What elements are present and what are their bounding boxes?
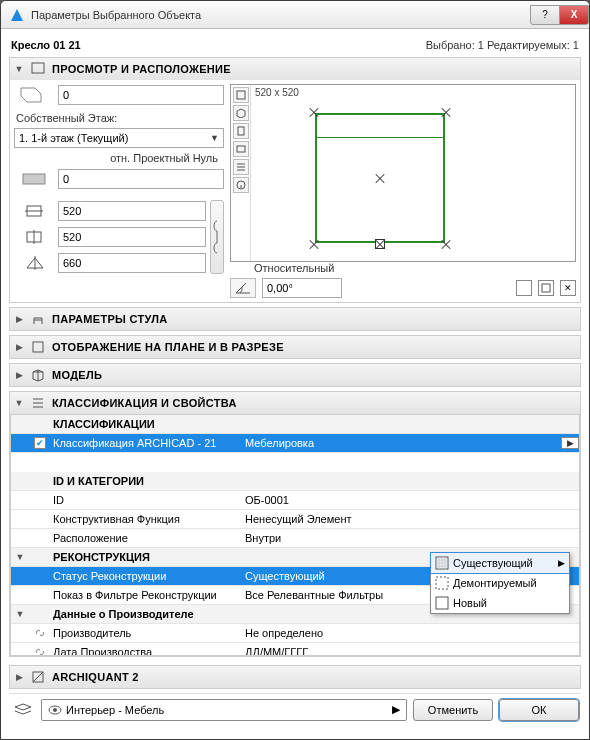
section-class-header[interactable]: ▼ КЛАССИФИКАЦИЯ И СВОЙСТВА [10, 392, 580, 414]
mirror-checkbox[interactable] [516, 280, 532, 296]
popup-option-existing[interactable]: Существующий ▶ [431, 553, 569, 573]
chevron-right-icon: ▶ [392, 703, 400, 716]
svg-rect-6 [237, 146, 245, 152]
preview-viewport[interactable]: 520 x 520 [230, 84, 576, 262]
chevron-right-icon: ▶ [558, 558, 565, 568]
titlebar: Параметры Выбранного Объекта ? X [1, 1, 589, 29]
view-side-button[interactable] [233, 141, 249, 157]
reference-label: отн. Проектный Нуль [14, 152, 224, 164]
view-info-button[interactable] [233, 177, 249, 193]
home-storey-combo[interactable]: 1. 1-й этаж (Текущий) ▼ [14, 128, 224, 148]
width-icon [14, 200, 54, 222]
collapse-icon: ▼ [14, 64, 24, 74]
reference-input[interactable] [58, 169, 224, 189]
ok-button[interactable]: ОК [499, 699, 579, 721]
row-id[interactable]: ID ОБ-0001 [11, 491, 579, 510]
popup-option-demolished[interactable]: Демонтируемый [431, 573, 569, 593]
expand-icon: ▶ [14, 370, 24, 380]
section-model: ▶ МОДЕЛЬ [9, 363, 581, 387]
object-back [315, 113, 445, 138]
cube-icon [30, 367, 46, 383]
elevation-icon [14, 84, 54, 106]
hotspot-icon [309, 239, 319, 249]
footer-row: Интерьер - Мебель ▶ Отменить ОК [9, 693, 581, 721]
classification-checkbox[interactable]: ✔ [34, 437, 46, 449]
expand-icon: ▶ [14, 314, 24, 324]
properties-table: КЛАССИФИКАЦИИ ✔ Классификация ARCHICAD -… [10, 414, 580, 656]
section-model-header[interactable]: ▶ МОДЕЛЬ [10, 364, 580, 386]
eye-icon [48, 705, 62, 715]
chair-icon [30, 311, 46, 327]
object-name: Кресло 01 21 [11, 39, 81, 51]
section-display-header[interactable]: ▶ ОТОБРАЖЕНИЕ НА ПЛАНЕ И В РАЗРЕЗЕ [10, 336, 580, 358]
hotspot-icon [441, 239, 451, 249]
section-class-title: КЛАССИФИКАЦИЯ И СВОЙСТВА [52, 397, 237, 409]
hotspot-icon [309, 107, 319, 117]
section-display-title: ОТОБРАЖЕНИЕ НА ПЛАНЕ И В РАЗРЕЗЕ [52, 341, 284, 353]
layer-combo[interactable]: Интерьер - Мебель ▶ [41, 699, 407, 721]
dialog-window: Параметры Выбранного Объекта ? X Кресло … [0, 0, 590, 740]
row-position[interactable]: Расположение Внутри [11, 529, 579, 548]
reference-icon [14, 168, 54, 190]
popup-option-new[interactable]: Новый [431, 593, 569, 613]
collapse-icon: ▼ [14, 398, 24, 408]
help-button[interactable]: ? [530, 5, 560, 25]
view-3d-button[interactable] [233, 105, 249, 121]
close-button[interactable]: X [559, 5, 589, 25]
display-icon [30, 339, 46, 355]
svg-rect-8 [542, 284, 550, 292]
row-archicad-classification[interactable]: ✔ Классификация ARCHICAD - 21 Мебелировк… [11, 434, 579, 453]
section-archiquant-header[interactable]: ▶ ARCHIQUANT 2 [10, 666, 580, 688]
dimension-link-toggle[interactable] [210, 200, 224, 274]
home-storey-value: 1. 1-й этаж (Текущий) [19, 132, 128, 144]
group-id-categories[interactable]: ID И КАТЕГОРИИ [11, 472, 579, 491]
section-preview-header[interactable]: ▼ ПРОСМОТР И РАСПОЛОЖЕНИЕ [10, 58, 580, 80]
width-input[interactable] [58, 201, 206, 221]
section-chair-header[interactable]: ▶ ПАРАМЕТРЫ СТУЛА [10, 308, 580, 330]
archiquant-icon [30, 669, 46, 685]
view-2d-button[interactable] [233, 87, 249, 103]
hotspot-icon [375, 173, 385, 183]
row-production-date[interactable]: Дата Производства ДД/ММ/ГГГГ [11, 643, 579, 656]
hotspots-toggle[interactable]: ✕ [560, 280, 576, 296]
preview-toolbar [231, 85, 251, 261]
layer-value: Интерьер - Мебель [66, 704, 164, 716]
section-chair-params: ▶ ПАРАМЕТРЫ СТУЛА [9, 307, 581, 331]
section-chair-title: ПАРАМЕТРЫ СТУЛА [52, 313, 168, 325]
row-structural-function[interactable]: Конструктивная Функция Ненесущий Элемент [11, 510, 579, 529]
svg-rect-12 [436, 597, 448, 609]
link-icon [29, 646, 51, 656]
section-archiquant: ▶ ARCHIQUANT 2 [9, 665, 581, 689]
section-preview: ▼ ПРОСМОТР И РАСПОЛОЖЕНИЕ Соб [9, 57, 581, 303]
rotation-angle-input[interactable] [262, 278, 342, 298]
row-manufacturer[interactable]: Производитель Не определено [11, 624, 579, 643]
preview-canvas: 520 x 520 [251, 85, 575, 261]
app-icon [9, 7, 25, 23]
height-input[interactable] [58, 253, 206, 273]
window-title: Параметры Выбранного Объекта [31, 9, 531, 21]
home-storey-label: Собственный Этаж: [14, 110, 224, 124]
section-archiquant-title: ARCHIQUANT 2 [52, 671, 139, 683]
topview-toggle[interactable] [538, 280, 554, 296]
view-list-button[interactable] [233, 159, 249, 175]
group-classifications[interactable]: КЛАССИФИКАЦИИ [11, 415, 579, 434]
angle-icon [230, 278, 256, 298]
object-header: Кресло 01 21 Выбрано: 1 Редактируемых: 1 [9, 35, 581, 57]
expand-icon: ▶ [14, 342, 24, 352]
layer-icon [11, 701, 35, 719]
section-model-title: МОДЕЛЬ [52, 369, 102, 381]
link-icon [29, 627, 51, 639]
svg-rect-9 [33, 342, 43, 352]
elevation-input[interactable] [58, 85, 224, 105]
view-front-button[interactable] [233, 123, 249, 139]
cancel-button[interactable]: Отменить [413, 699, 493, 721]
svg-rect-11 [436, 577, 448, 589]
classification-picker-button[interactable]: ▶ [561, 437, 579, 449]
depth-icon [14, 226, 54, 248]
dialog-content: Кресло 01 21 Выбрано: 1 Редактируемых: 1… [1, 29, 589, 739]
properties-icon [30, 395, 46, 411]
section-classification: ▼ КЛАССИФИКАЦИЯ И СВОЙСТВА КЛАССИФИКАЦИИ… [9, 391, 581, 657]
depth-input[interactable] [58, 227, 206, 247]
preview-dimensions-label: 520 x 520 [255, 87, 299, 98]
chevron-down-icon: ▼ [210, 133, 219, 143]
